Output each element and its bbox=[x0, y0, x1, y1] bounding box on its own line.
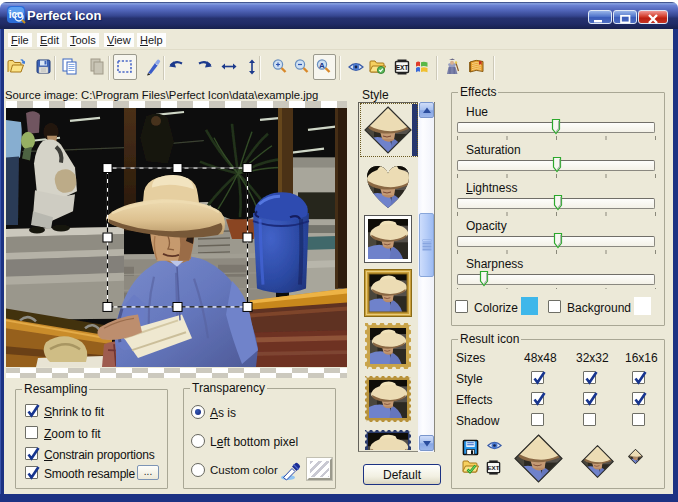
svg-text:A: A bbox=[319, 61, 325, 70]
svg-text:EXT: EXT bbox=[488, 464, 500, 471]
svg-text:EXT: EXT bbox=[396, 64, 409, 71]
